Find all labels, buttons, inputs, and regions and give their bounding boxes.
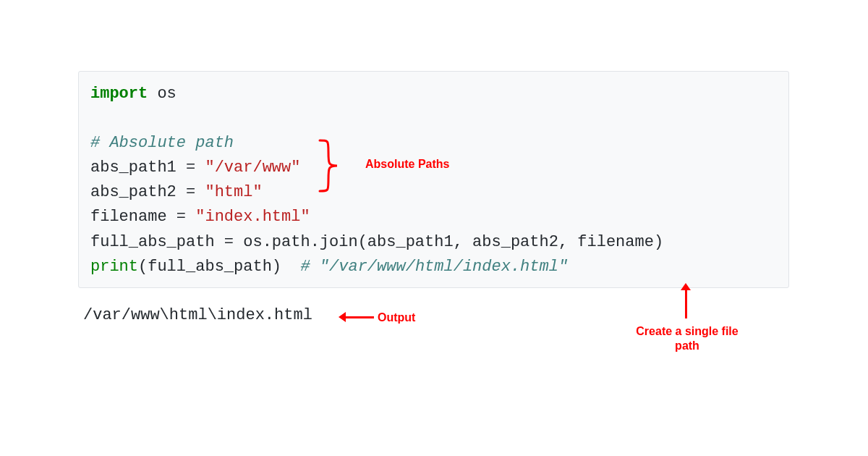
code-line-8: print(full_abs_path) # "/var/www/html/in… bbox=[90, 255, 777, 279]
code-block: import os # Absolute path abs_path1 = "/… bbox=[78, 71, 789, 288]
arrow-left-icon bbox=[345, 316, 374, 318]
code-line-1: import os bbox=[90, 82, 777, 106]
label-output: Output bbox=[378, 311, 415, 324]
code-line-6: filename = "index.html" bbox=[90, 205, 777, 229]
assign-abs2: abs_path2 = bbox=[90, 183, 205, 201]
comment-output: # "/var/www/html/index.html" bbox=[300, 258, 568, 276]
assign-abs1: abs_path1 = bbox=[90, 159, 205, 177]
output-text: /var/www\html\index.html bbox=[83, 306, 312, 324]
arrow-up-icon bbox=[685, 290, 687, 318]
label-create-line1: Create a single file bbox=[636, 325, 738, 337]
print-args: (full_abs_path) bbox=[138, 258, 300, 276]
label-create-single-file-path: Create a single file path bbox=[615, 324, 760, 353]
module-os: os bbox=[148, 85, 176, 103]
assign-filename: filename = bbox=[90, 208, 195, 226]
label-absolute-paths: Absolute Paths bbox=[365, 158, 449, 171]
code-line-7: full_abs_path = os.path.join(abs_path1, … bbox=[90, 230, 777, 255]
string-index: "index.html" bbox=[195, 208, 310, 226]
join-call: full_abs_path = os.path.join(abs_path1, … bbox=[90, 233, 663, 251]
code-line-blank bbox=[90, 106, 777, 131]
string-html: "html" bbox=[205, 183, 262, 201]
string-varwww: "/var/www" bbox=[205, 159, 300, 177]
keyword-import: import bbox=[90, 85, 148, 103]
code-line-5: abs_path2 = "html" bbox=[90, 180, 777, 205]
builtin-print: print bbox=[90, 258, 138, 276]
label-create-line2: path bbox=[675, 339, 699, 352]
brace-icon bbox=[317, 139, 340, 193]
comment-abspath: # Absolute path bbox=[90, 134, 234, 152]
code-line-3: # Absolute path bbox=[90, 131, 777, 156]
